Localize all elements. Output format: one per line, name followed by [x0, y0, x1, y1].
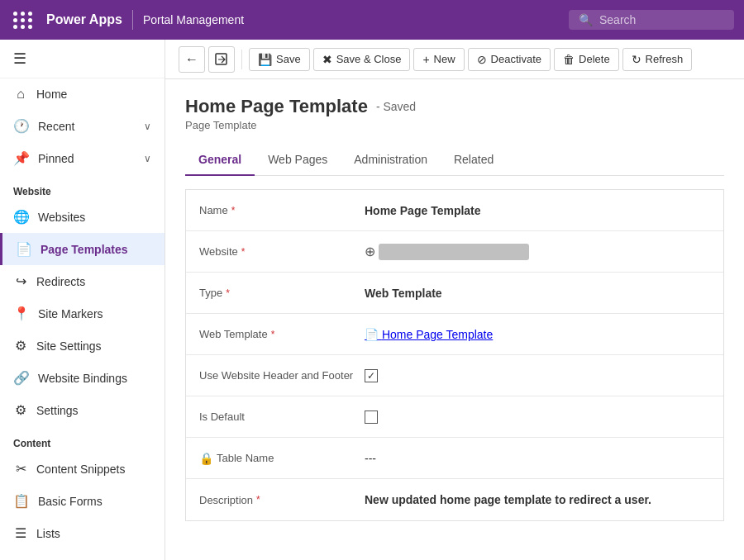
binding-icon: 🔗: [13, 370, 30, 386]
chevron-down-icon: ∨: [144, 121, 151, 132]
delete-label: Delete: [579, 53, 610, 65]
new-button[interactable]: + New: [413, 48, 464, 71]
settings-icon: ⚙: [13, 338, 28, 354]
tab-related[interactable]: Related: [441, 145, 507, 176]
field-row-is-default: Is Default: [186, 396, 723, 438]
form-fields: Name * Home Page Template Website * ⊕ bl…: [185, 189, 724, 521]
form-area: Home Page Template - Saved Page Template…: [165, 79, 744, 560]
document-icon: 📄: [365, 328, 379, 341]
delete-button[interactable]: 🗑 Delete: [554, 48, 619, 71]
field-value-name: Home Page Template: [365, 204, 710, 217]
delete-icon: 🗑: [563, 53, 575, 66]
sidebar-item-site-settings[interactable]: ⚙ Site Settings: [0, 330, 165, 362]
toolbar: ← 💾 Save ✖ Save & Close + New ⊘ Deactiva…: [165, 40, 744, 79]
sidebar-item-websites[interactable]: 🌐 Websites: [0, 201, 165, 233]
field-row-table-name: 🔒 Table Name ---: [186, 438, 723, 479]
sidebar-item-recent[interactable]: 🕐 Recent ∨: [0, 110, 165, 142]
tab-web-pages[interactable]: Web Pages: [255, 145, 341, 176]
tabs: General Web Pages Administration Related: [185, 145, 724, 176]
snippet-icon: ✂: [13, 461, 28, 477]
sidebar-item-home[interactable]: ⌂ Home: [0, 78, 165, 110]
forward-button[interactable]: [208, 46, 235, 73]
sidebar-item-label: Site Settings: [36, 339, 102, 353]
sidebar-item-label: Settings: [36, 404, 79, 417]
list-icon: ☰: [13, 525, 28, 541]
field-value-table-name: ---: [365, 452, 710, 465]
field-value-website[interactable]: ⊕ blurred website name here: [365, 244, 710, 260]
sidebar-item-redirects[interactable]: ↪ Redirects: [0, 265, 165, 297]
sidebar-item-site-markers[interactable]: 📍 Site Markers: [0, 297, 165, 330]
sidebar-item-lists[interactable]: ☰ Lists: [0, 517, 165, 549]
title-divider: [132, 10, 133, 30]
content-section-label: Content: [0, 426, 165, 453]
portal-title: Portal Management: [143, 13, 244, 26]
save-button[interactable]: 💾 Save: [249, 48, 310, 71]
required-indicator: *: [241, 246, 246, 258]
field-value-web-template[interactable]: 📄 Home Page Template: [365, 328, 710, 341]
field-value-is-default[interactable]: [365, 411, 710, 424]
top-bar: Power Apps Portal Management 🔍: [0, 0, 744, 40]
required-indicator: *: [226, 287, 230, 299]
field-label-type: Type *: [199, 287, 365, 299]
sidebar-item-label: Website Bindings: [38, 372, 127, 385]
record-title: Home Page Template: [185, 96, 368, 117]
refresh-button[interactable]: ↻ Refresh: [622, 48, 693, 71]
back-button[interactable]: ←: [179, 46, 205, 73]
save-close-icon: ✖: [322, 53, 332, 66]
field-value-use-header-footer[interactable]: ✓: [365, 369, 710, 382]
sidebar-item-website-bindings[interactable]: 🔗 Website Bindings: [0, 362, 165, 394]
home-icon: ⌂: [13, 87, 28, 102]
field-label-website: Website *: [199, 245, 365, 258]
required-indicator: *: [231, 205, 236, 216]
refresh-label: Refresh: [646, 53, 684, 65]
checkbox-unchecked[interactable]: [365, 411, 378, 424]
lock-icon: 🔒: [199, 452, 213, 465]
sidebar-item-pinned[interactable]: 📌 Pinned ∨: [0, 142, 165, 174]
required-indicator: *: [256, 494, 260, 505]
sidebar-item-label: Home: [36, 88, 67, 101]
deactivate-button[interactable]: ⊘ Deactivate: [468, 48, 551, 71]
main-layout: ☰ ⌂ Home 🕐 Recent ∨ 📌 Pinned ∨ Website 🌐…: [0, 40, 744, 560]
field-label-web-template: Web Template *: [199, 328, 365, 340]
redirect-icon: ↪: [13, 273, 28, 289]
checkbox-checked[interactable]: ✓: [365, 369, 378, 382]
web-template-link[interactable]: 📄 Home Page Template: [365, 328, 493, 341]
sidebar-item-label: Websites: [38, 211, 85, 224]
field-row-description: Description * New updated home page temp…: [186, 479, 723, 520]
search-box[interactable]: 🔍: [569, 10, 734, 30]
search-icon: 🔍: [579, 13, 593, 26]
deactivate-label: Deactivate: [491, 53, 541, 65]
recent-icon: 🕐: [13, 118, 30, 134]
sidebar-item-label: Redirects: [36, 275, 85, 288]
new-icon: +: [422, 53, 429, 66]
content-area: ← 💾 Save ✖ Save & Close + New ⊘ Deactiva…: [165, 40, 744, 560]
sidebar-item-label: Basic Forms: [38, 495, 103, 508]
save-icon: 💾: [258, 53, 272, 66]
sidebar-item-label: Site Markers: [38, 307, 103, 320]
sidebar-item-basic-forms[interactable]: 📋 Basic Forms: [0, 485, 165, 517]
field-value-description: New updated home page template to redire…: [365, 493, 710, 506]
tab-general[interactable]: General: [185, 145, 255, 176]
tab-administration[interactable]: Administration: [341, 145, 441, 176]
sidebar-item-page-templates[interactable]: 📄 Page Templates: [0, 233, 165, 265]
chevron-down-icon: ∨: [144, 153, 151, 164]
globe-icon: 🌐: [13, 209, 30, 225]
saved-badge: - Saved: [376, 100, 416, 113]
website-blurred-value: blurred website name here: [379, 244, 529, 260]
site-marker-icon: 📍: [13, 306, 30, 321]
sidebar-item-label: Lists: [36, 527, 60, 540]
field-row-website: Website * ⊕ blurred website name here: [186, 231, 723, 273]
refresh-icon: ↻: [632, 53, 641, 66]
sidebar-item-label: Content Snippets: [36, 463, 125, 476]
sidebar-item-settings[interactable]: ⚙ Settings: [0, 394, 165, 426]
sidebar-item-label: Recent: [38, 120, 74, 133]
website-section-label: Website: [0, 174, 165, 201]
save-close-button[interactable]: ✖ Save & Close: [313, 48, 411, 71]
apps-grid-icon[interactable]: [10, 8, 36, 32]
required-indicator: *: [271, 329, 275, 340]
hamburger-icon[interactable]: ☰: [10, 46, 155, 71]
field-row-use-header-footer: Use Website Header and Footer ✓: [186, 355, 723, 396]
gear-icon: ⚙: [13, 402, 28, 418]
search-input[interactable]: [599, 13, 724, 26]
sidebar-item-content-snippets[interactable]: ✂ Content Snippets: [0, 453, 165, 485]
